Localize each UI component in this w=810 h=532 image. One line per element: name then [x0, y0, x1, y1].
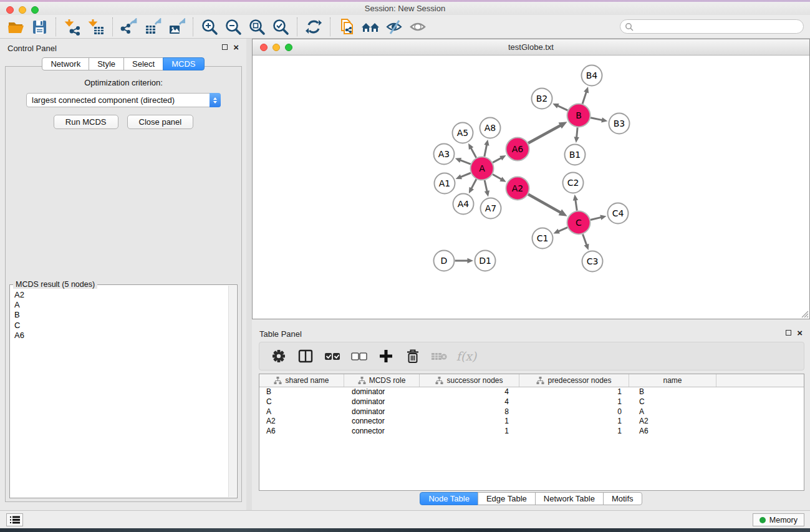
zoom-in-button[interactable]	[198, 16, 221, 37]
graph-edge[interactable]	[576, 200, 577, 210]
tab-edge-table[interactable]: Edge Table	[478, 492, 536, 505]
zoom-out-button[interactable]	[221, 16, 245, 37]
graph-node-C3[interactable]: C3	[582, 251, 603, 272]
graph-edge[interactable]	[591, 118, 602, 120]
graph-node-D[interactable]: D	[434, 251, 455, 271]
graph-edge[interactable]	[471, 179, 476, 188]
graph-node-A4[interactable]: A4	[453, 194, 474, 215]
graph-node-A1[interactable]: A1	[435, 173, 455, 194]
result-list-item[interactable]: A2	[12, 290, 227, 300]
tab-style[interactable]: Style	[89, 57, 124, 70]
delete-column-button[interactable]	[402, 345, 423, 367]
tab-select[interactable]: Select	[123, 57, 163, 70]
memory-button[interactable]: Memory	[753, 513, 804, 526]
export-image-button[interactable]	[165, 16, 188, 37]
graph-edge[interactable]	[528, 125, 561, 143]
graph-node-A3[interactable]: A3	[434, 144, 455, 165]
open-session-button[interactable]	[4, 16, 27, 37]
graph-node-A6[interactable]: A6	[506, 138, 529, 161]
graph-edge[interactable]	[582, 92, 586, 104]
delete-table-button-disabled[interactable]	[429, 345, 450, 367]
export-table-button[interactable]	[141, 16, 165, 37]
graph-node-A7[interactable]: A7	[481, 198, 501, 219]
resize-grip-icon[interactable]	[800, 309, 809, 318]
select-all-button[interactable]	[322, 345, 343, 367]
create-column-button[interactable]	[375, 345, 397, 367]
result-list-item[interactable]: C	[12, 321, 227, 331]
export-network-button[interactable]	[117, 16, 141, 37]
graph-node-A2[interactable]: A2	[506, 177, 529, 200]
refresh-layout-button[interactable]	[302, 16, 325, 37]
column-header-mcds-role[interactable]: MCDS role	[344, 374, 420, 387]
graph-edge[interactable]	[528, 195, 561, 213]
tab-node-table[interactable]: Node Table	[420, 492, 478, 505]
graph-node-B3[interactable]: B3	[609, 114, 630, 134]
close-panel-icon[interactable]: ×	[233, 44, 239, 51]
table-row[interactable]: Bdominator41B	[259, 387, 804, 397]
graph-node-B1[interactable]: B1	[565, 145, 586, 165]
float-panel-icon[interactable]	[222, 44, 228, 50]
show-column-button[interactable]	[295, 345, 316, 367]
graph-edge[interactable]	[557, 105, 567, 110]
result-list-item[interactable]: A6	[12, 331, 227, 341]
split-divider[interactable]	[246, 39, 252, 510]
tab-network-table[interactable]: Network Table	[535, 492, 604, 505]
graph-edge[interactable]	[577, 127, 578, 137]
graph-edge[interactable]	[485, 145, 487, 157]
network-canvas[interactable]: B4B2BB3A8A5A6A3B1AC2A1A2A4A7C4CC1C3DD1	[253, 56, 809, 319]
zoom-fit-button[interactable]	[245, 16, 269, 37]
deselect-all-button[interactable]	[349, 345, 370, 367]
import-network-button[interactable]	[60, 16, 84, 37]
result-list-item[interactable]: B	[12, 310, 227, 320]
mcds-result-list[interactable]: A2ABCA6	[12, 290, 227, 496]
column-header-name[interactable]: name	[629, 374, 716, 387]
float-table-panel-icon[interactable]	[786, 330, 791, 336]
hide-selected-button[interactable]	[382, 16, 406, 37]
graph-edge[interactable]	[460, 160, 471, 164]
tab-mcds[interactable]: MCDS	[163, 57, 204, 70]
graph-node-A5[interactable]: A5	[453, 123, 473, 143]
close-panel-button[interactable]: Close panel	[127, 115, 194, 129]
graph-edge[interactable]	[461, 173, 471, 177]
column-header-predecessor-nodes[interactable]: predecessor nodes	[519, 374, 629, 387]
tab-network[interactable]: Network	[42, 57, 89, 70]
optimization-criterion-dropdown[interactable]: largest connected component (directed)	[26, 93, 221, 107]
search-field[interactable]	[620, 19, 804, 34]
graph-edge[interactable]	[493, 175, 501, 180]
first-neighbors-button[interactable]	[359, 16, 382, 37]
show-panels-button[interactable]	[6, 513, 23, 526]
table-row[interactable]: Cdominator41C	[259, 397, 804, 407]
graph-node-D1[interactable]: D1	[475, 251, 496, 271]
save-session-button[interactable]	[27, 16, 51, 37]
graph-edge[interactable]	[485, 180, 487, 191]
table-row[interactable]: A2connector11A2	[259, 417, 804, 427]
graph-edge[interactable]	[471, 148, 476, 158]
tab-motifs[interactable]: Motifs	[603, 492, 642, 505]
column-header-successor-nodes[interactable]: successor nodes	[420, 374, 519, 387]
graph-node-C4[interactable]: C4	[608, 203, 629, 224]
result-list-item[interactable]: A	[12, 300, 227, 310]
table-row[interactable]: A6connector11A6	[259, 427, 804, 437]
graph-node-C1[interactable]: C1	[533, 228, 553, 249]
table-settings-button[interactable]	[268, 345, 289, 367]
close-table-panel-icon[interactable]: ×	[797, 329, 803, 336]
graph-node-A8[interactable]: A8	[480, 118, 501, 138]
function-builder-button-disabled[interactable]: f(x)	[456, 345, 477, 367]
graph-edge[interactable]	[591, 217, 601, 220]
graph-node-A[interactable]: A	[471, 157, 494, 180]
run-mcds-button[interactable]: Run MCDS	[54, 115, 118, 129]
graph-edge[interactable]	[558, 228, 567, 231]
table-row[interactable]: Adominator80A	[259, 407, 804, 417]
import-table-button[interactable]	[84, 16, 108, 37]
show-graphics-details-button[interactable]	[406, 16, 430, 37]
zoom-selected-button[interactable]	[269, 16, 292, 37]
column-header-shared-name[interactable]: shared name	[259, 374, 344, 387]
graph-node-B4[interactable]: B4	[582, 65, 602, 86]
graph-node-C2[interactable]: C2	[563, 173, 584, 193]
graph-node-C[interactable]: C	[567, 211, 591, 235]
result-scrollbar[interactable]	[228, 286, 236, 497]
graph-node-B[interactable]: B	[567, 104, 591, 127]
graph-edge[interactable]	[583, 234, 587, 245]
graph-node-B2[interactable]: B2	[532, 89, 552, 109]
graph-edge[interactable]	[493, 158, 501, 163]
